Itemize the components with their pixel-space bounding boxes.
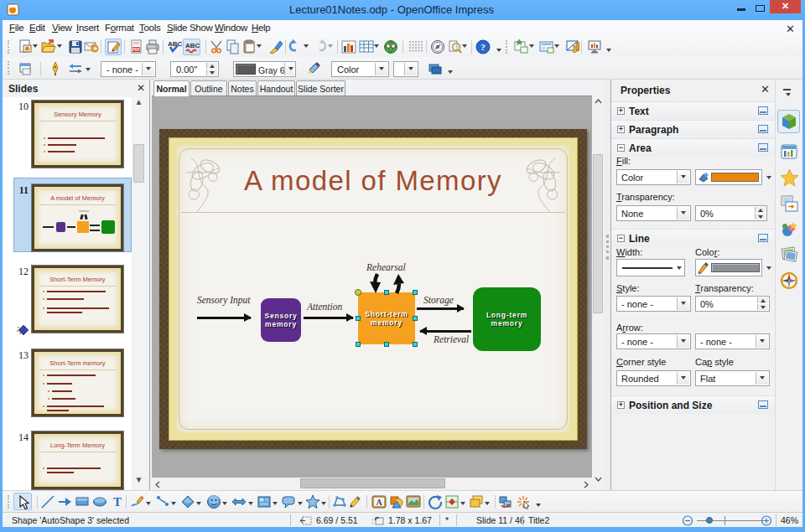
svg-text:?: ? bbox=[480, 42, 486, 52]
svg-text:PDF: PDF bbox=[132, 48, 140, 52]
svg-text:ABC: ABC bbox=[168, 40, 182, 48]
svg-text:A: A bbox=[376, 498, 382, 507]
svg-text:ABC: ABC bbox=[185, 42, 200, 49]
svg-text::: : bbox=[371, 517, 374, 525]
svg-text:T: T bbox=[113, 495, 122, 509]
